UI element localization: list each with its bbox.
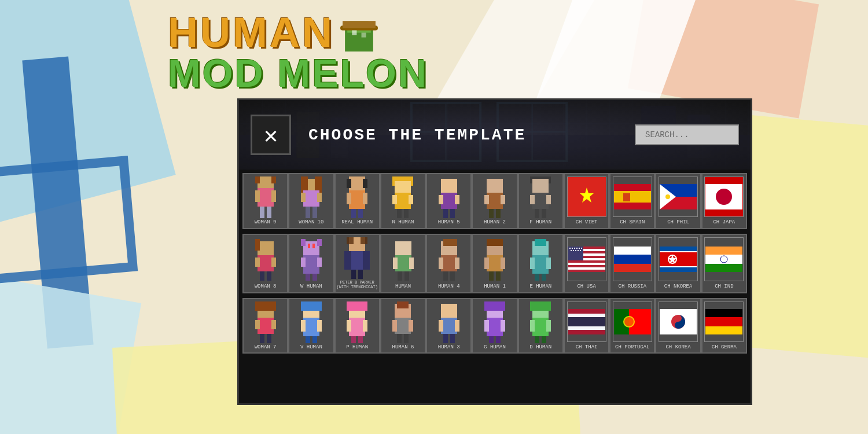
- svg-rect-53: [439, 195, 443, 204]
- game-panel: ✕ CHOOSE THE TEMPLATE SEARCH...: [237, 98, 752, 405]
- svg-rect-190: [395, 318, 411, 334]
- char-card-g-human[interactable]: G HUMAN: [472, 298, 517, 354]
- svg-rect-57: [487, 179, 503, 193]
- svg-point-81: [716, 189, 732, 205]
- char-card-human6[interactable]: HUMAN 6: [380, 298, 426, 354]
- svg-rect-24: [271, 190, 276, 202]
- char-card-n-human[interactable]: N HUMAN: [380, 173, 426, 229]
- char-label-p-human: P HUMAN: [346, 344, 368, 351]
- svg-rect-106: [358, 270, 363, 279]
- char-sprite-w-human: [293, 237, 330, 282]
- char-label-woman10: WOMAN 10: [299, 219, 323, 226]
- svg-rect-26: [267, 207, 271, 218]
- close-button[interactable]: ✕: [251, 115, 291, 155]
- char-card-ch-spain[interactable]: CH SPAIN: [609, 173, 655, 229]
- svg-rect-159: [660, 267, 697, 272]
- char-card-ch-korea[interactable]: CH KOREA: [655, 298, 701, 354]
- svg-rect-155: [660, 247, 697, 251]
- char-card-ch-portugal[interactable]: CH PORTUGAL: [609, 298, 655, 354]
- char-sprite-ch-germany: [704, 301, 744, 342]
- char-card-ch-phil[interactable]: CH PHIL: [655, 173, 701, 229]
- char-card-human5[interactable]: HUMAN 5: [426, 173, 472, 229]
- char-card-ch-japan[interactable]: CH JAPA: [701, 173, 747, 229]
- svg-rect-37: [363, 179, 367, 188]
- char-sprite-ch-portugal: [613, 301, 652, 342]
- svg-rect-93: [312, 244, 315, 248]
- svg-rect-29: [315, 176, 322, 193]
- svg-rect-212: [546, 320, 551, 332]
- char-sprite-v-human: [293, 301, 330, 343]
- svg-rect-105: [351, 270, 356, 279]
- svg-rect-121: [487, 239, 503, 246]
- svg-rect-219: [568, 330, 605, 334]
- svg-rect-51: [441, 179, 457, 193]
- char-card-d-human[interactable]: D HUMAN: [518, 298, 564, 354]
- bg-shape-7: [0, 156, 138, 284]
- char-card-ch-usa[interactable]: CH USA: [564, 234, 609, 293]
- char-card-real-human[interactable]: REAL HUMAN: [334, 173, 380, 229]
- char-card-woman9[interactable]: WOMAN 9: [242, 173, 288, 229]
- svg-rect-149: [575, 250, 576, 251]
- char-card-ch-thai[interactable]: CH THAI: [564, 298, 609, 354]
- svg-rect-19: [258, 179, 274, 188]
- char-sprite-ch-phil: [659, 176, 698, 217]
- svg-rect-84: [258, 255, 274, 271]
- svg-rect-55: [443, 209, 448, 218]
- char-sprite-ch-nkorea: [659, 237, 698, 281]
- char-card-v-human[interactable]: V HUMAN: [288, 298, 334, 354]
- svg-rect-198: [455, 320, 459, 332]
- char-card-human4[interactable]: HUMAN 4: [426, 234, 472, 293]
- svg-rect-22: [258, 188, 274, 207]
- svg-rect-139: [568, 267, 605, 270]
- char-sprite-ch-india: [704, 237, 744, 281]
- char-card-woman10[interactable]: WOMAN 10: [288, 173, 334, 229]
- char-label-ch-nkorea: CH NKOREA: [664, 284, 693, 290]
- svg-rect-96: [317, 258, 322, 267]
- char-card-human1[interactable]: HUMAN 1: [472, 234, 517, 293]
- logo-mod-melon: MOD MELON: [168, 53, 428, 93]
- svg-rect-20: [255, 176, 260, 183]
- char-card-w-human[interactable]: W HUMAN: [288, 234, 334, 293]
- svg-rect-116: [439, 258, 443, 269]
- svg-rect-54: [455, 195, 459, 204]
- char-card-peter-parker[interactable]: PETER B PARKER(WITH TRENCHCOAT): [334, 234, 380, 293]
- char-card-ch-viet[interactable]: CH VIET: [564, 173, 609, 229]
- char-card-woman7[interactable]: WOMAN 7: [242, 298, 288, 354]
- char-label-woman9: WOMAN 9: [255, 219, 277, 226]
- char-card-ch-germany[interactable]: CH GERMA: [701, 298, 747, 354]
- char-card-ch-nkorea[interactable]: CH NKOREA: [655, 234, 701, 293]
- svg-rect-50: [404, 209, 409, 218]
- svg-rect-150: [578, 250, 579, 251]
- svg-rect-112: [404, 271, 409, 281]
- char-card-woman8[interactable]: WOMAN 8: [242, 234, 288, 293]
- svg-rect-128: [535, 239, 546, 246]
- svg-rect-189: [397, 301, 409, 308]
- svg-rect-33: [306, 207, 310, 218]
- char-sprite-woman10: [293, 176, 330, 218]
- char-card-ch-russia[interactable]: CH RUSSIA: [609, 234, 655, 293]
- svg-rect-92: [308, 244, 310, 248]
- char-card-human2[interactable]: HUMAN 2: [472, 173, 517, 229]
- char-sprite-human5: [431, 176, 468, 218]
- svg-rect-30: [303, 190, 319, 207]
- svg-rect-142: [572, 248, 573, 249]
- row-1: WOMAN 9 WOMAN 10: [240, 171, 749, 231]
- svg-rect-119: [450, 271, 455, 281]
- svg-rect-205: [501, 320, 505, 332]
- row-3: WOMAN 7 V HUMAN: [240, 296, 749, 356]
- char-label-w-human: W HUMAN: [300, 284, 322, 290]
- char-card-p-human[interactable]: P HUMAN: [334, 298, 380, 354]
- svg-rect-97: [306, 274, 310, 281]
- char-card-human3[interactable]: HUMAN 3: [426, 298, 472, 354]
- char-sprite-human1: [476, 237, 513, 282]
- svg-rect-107: [395, 241, 411, 255]
- char-sprite-ch-japan: [704, 176, 744, 217]
- char-card-human[interactable]: HUMAN: [380, 234, 426, 293]
- svg-rect-39: [349, 190, 365, 209]
- svg-rect-183: [349, 318, 365, 336]
- char-card-f-human[interactable]: F HUMAN: [518, 173, 564, 229]
- char-card-ch-india[interactable]: CH IND: [701, 234, 747, 293]
- search-input[interactable]: SEARCH...: [635, 124, 739, 145]
- svg-rect-87: [260, 271, 264, 281]
- char-card-e-human[interactable]: E HUMAN: [518, 234, 564, 293]
